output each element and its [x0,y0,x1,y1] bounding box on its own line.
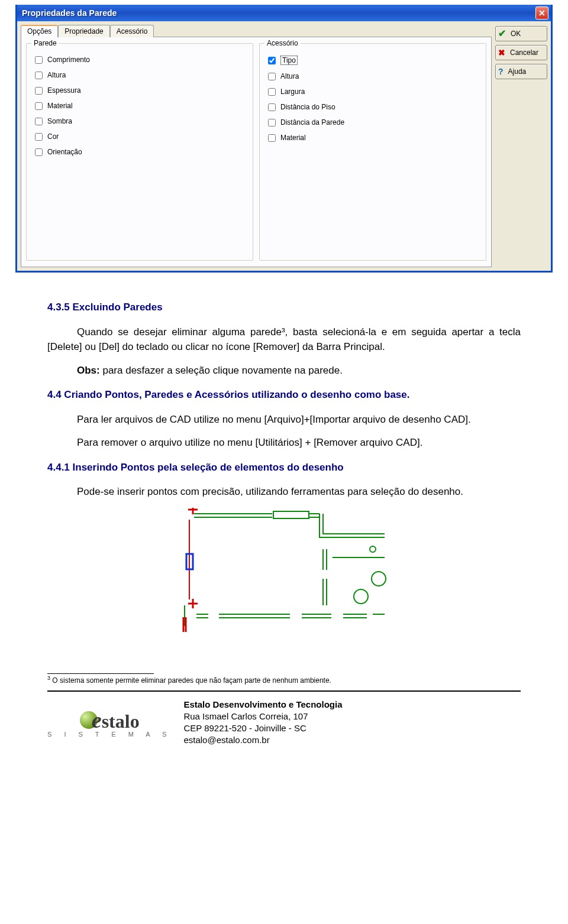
paragraph-cad2: Para remover o arquivo utilize no menu [… [47,435,521,450]
label-comprimento: Comprimento [47,56,90,64]
check-comprimento[interactable]: Comprimento [35,56,247,64]
dialog-body: Opções Propriedade Acessório Parede Comp… [17,21,551,267]
label-cor: Cor [47,132,59,141]
checkbox-dist-piso[interactable] [268,103,276,111]
check-altura-parede[interactable]: Altura [35,71,247,79]
checkbox-altura-parede[interactable] [35,72,43,79]
checkbox-material-parede[interactable] [35,102,43,110]
label-dist-piso: Distância do Piso [280,103,335,111]
svg-point-20 [370,546,376,552]
checkbox-orientacao[interactable] [35,148,43,156]
label-sombra: Sombra [47,117,72,125]
close-button[interactable]: ✕ [535,7,548,20]
help-button[interactable]: ? Ajuda [495,64,547,79]
logo-e: e [92,707,102,733]
paragraph-excluir: Quando se desejar eliminar alguma parede… [47,325,521,355]
check-largura[interactable]: Largura [268,87,480,96]
logo-main: e stalo [80,707,140,733]
dialog-buttons: ✔ OK ✖ Cancelar ? Ajuda [495,25,547,267]
close-icon: ✕ [538,8,546,18]
tab-panel: Opções Propriedade Acessório Parede Comp… [21,25,492,267]
cancel-label: Cancelar [510,48,538,57]
check-material-parede[interactable]: Material [35,102,247,110]
cad-drawing-svg [178,508,390,632]
label-altura-parede: Altura [47,71,66,79]
titlebar-text: Propriedades da Parede [22,8,117,18]
label-material-parede: Material [47,102,73,110]
svg-point-21 [372,572,386,586]
footer-line4: estalo@estalo.com.br [183,734,342,746]
paragraph-obs: Obs: para desfazer a seleção clique nova… [47,363,521,378]
obs-text: para desfazer a seleção clique novamente… [100,365,343,376]
tab-opcoes[interactable]: Opções [21,25,58,37]
footer-line1: Estalo Desenvolvimento e Tecnologia [183,699,342,711]
cad-illustration [47,508,521,632]
label-material-aces: Material [280,134,306,142]
tab-content: Parede Comprimento Altura Espessura [21,37,492,267]
tab-propriedade[interactable]: Propriedade [58,25,109,37]
checkbox-dist-parede[interactable] [268,119,276,127]
checkbox-material-aces[interactable] [268,134,276,142]
checkbox-tipo[interactable] [268,57,276,64]
label-espessura: Espessura [47,86,81,95]
check-material-aces[interactable]: Material [268,134,480,142]
checkbox-espessura[interactable] [35,87,43,95]
svg-point-22 [354,589,368,604]
footer-text: Estalo Desenvolvimento e Tecnologia Rua … [183,699,342,747]
logo-stalo: stalo [102,711,140,732]
checkbox-altura-aces[interactable] [268,73,276,80]
tab-strip: Opções Propriedade Acessório [21,25,492,37]
page-footer: e stalo S I S T E M A S Estalo Desenvolv… [0,692,568,753]
heading-4-3-5: 4.3.5 Excluindo Paredes [47,300,521,315]
check-orientacao[interactable]: Orientação [35,148,247,156]
cancel-button[interactable]: ✖ Cancelar [495,45,547,60]
ok-label: OK [511,30,521,38]
footer-line3: CEP 89221-520 - Joinville - SC [183,722,342,734]
logo-subtitle: S I S T E M A S [47,731,172,738]
group-acessorio: Acessório Tipo Altura Largura [259,43,486,261]
document-body: 4.3.5 Excluindo Paredes Quando se deseja… [0,273,568,656]
help-icon: ? [498,67,504,76]
group-parede-title: Parede [31,39,59,47]
check-sombra[interactable]: Sombra [35,117,247,125]
help-label: Ajuda [508,67,527,76]
check-altura-aces[interactable]: Altura [268,72,480,80]
paragraph-inserir: Pode-se inserir pontos com precisão, uti… [47,484,521,500]
titlebar[interactable]: Propriedades da Parede ✕ [17,5,551,21]
label-largura: Largura [280,87,305,96]
checkbox-comprimento[interactable] [35,56,43,64]
group-acessorio-title: Acessório [264,39,301,47]
group-parede: Parede Comprimento Altura Espessura [26,43,253,261]
properties-dialog: Propriedades da Parede ✕ Opções Propried… [15,5,553,273]
estalo-logo: e stalo S I S T E M A S [47,707,172,738]
svg-rect-12 [273,511,309,518]
x-icon: ✖ [498,48,505,57]
checkbox-cor[interactable] [35,133,43,141]
checkbox-sombra[interactable] [35,118,43,125]
label-orientacao: Orientação [47,148,82,156]
label-dist-parede: Distância da Parede [280,118,344,127]
label-altura-aces: Altura [280,72,299,80]
paragraph-cad1: Para ler arquivos de CAD utilize no menu… [47,412,521,427]
check-tipo[interactable]: Tipo [268,56,480,65]
footer-line2: Rua Ismael Carlos Correia, 107 [183,711,342,722]
check-dist-parede[interactable]: Distância da Parede [268,118,480,127]
checkbox-largura[interactable] [268,88,276,96]
heading-4-4: 4.4 Criando Pontos, Paredes e Acessórios… [47,387,521,403]
footnote: 3 O sistema somente permite eliminar par… [0,675,568,687]
tab-acessorio[interactable]: Acessório [110,25,154,37]
check-espessura[interactable]: Espessura [35,86,247,95]
footnote-rule [47,673,154,674]
footnote-text: O sistema somente permite eliminar pared… [50,676,331,685]
check-icon: ✔ [498,29,506,38]
ok-button[interactable]: ✔ OK [495,26,547,41]
check-cor[interactable]: Cor [35,132,247,141]
obs-label: Obs: [77,365,100,376]
label-tipo: Tipo [280,56,298,65]
heading-4-4-1: 4.4.1 Inserindo Pontos pela seleção de e… [47,460,521,475]
check-dist-piso[interactable]: Distância do Piso [268,103,480,111]
